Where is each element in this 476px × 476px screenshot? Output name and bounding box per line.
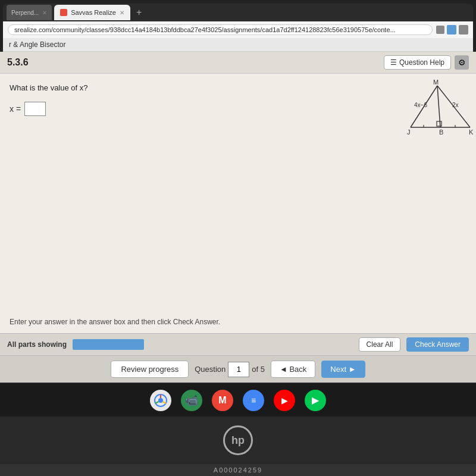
- address-bar-icons: [436, 25, 468, 35]
- question-text: What is the value of x?: [10, 83, 466, 92]
- of-label: of 5: [252, 365, 265, 374]
- question-nav: Question of 5: [195, 362, 265, 377]
- svg-line-10: [163, 402, 167, 403]
- vertex-K-label: K: [469, 129, 474, 136]
- meet-icon[interactable]: 📹: [181, 390, 202, 411]
- tab-bar: Perpend... ✕ Savvas Realize ✕ +: [3, 4, 473, 21]
- docs-icon[interactable]: ≡: [243, 390, 264, 411]
- question-number-input[interactable]: [228, 362, 249, 377]
- hp-area: hp: [0, 416, 476, 464]
- extension-icon[interactable]: [447, 25, 456, 35]
- svg-point-8: [158, 398, 163, 403]
- vertex-B-label: B: [439, 129, 443, 136]
- progress-bar: [73, 339, 144, 350]
- url-input[interactable]: srealize.com/community/classes/938dcc14a…: [8, 24, 433, 35]
- clear-all-button[interactable]: Clear All: [359, 337, 401, 352]
- back-button[interactable]: ◄ Back: [271, 361, 315, 378]
- question-body: What is the value of x? M: [0, 74, 476, 333]
- section-number: 5.3.6: [7, 57, 29, 68]
- vertex-M-label: M: [433, 80, 439, 86]
- menu-icon[interactable]: [459, 25, 468, 35]
- bookmark-icon[interactable]: [436, 26, 444, 34]
- review-progress-button[interactable]: Review progress: [111, 361, 189, 378]
- bottom-label: A000024259: [0, 464, 476, 476]
- x-equals-label: x =: [10, 104, 21, 114]
- question-nav-label: Question: [195, 365, 226, 374]
- svg-rect-4: [437, 121, 441, 126]
- tab-perpend[interactable]: Perpend... ✕: [7, 5, 52, 20]
- triangle-diagram: M J B K 4x−6 2x: [399, 80, 476, 139]
- next-button[interactable]: Next ►: [321, 361, 365, 378]
- right-side-label: 2x: [452, 102, 459, 108]
- youtube-icon[interactable]: ▶: [274, 390, 295, 411]
- tab-favicon-icon: [60, 9, 67, 16]
- tab-close-icon[interactable]: ✕: [42, 10, 47, 16]
- tab-savvas[interactable]: Savvas Realize ✕: [54, 5, 130, 20]
- page-header: r & Angle Bisector: [3, 38, 473, 52]
- play-icon[interactable]: ▶: [305, 390, 326, 411]
- new-tab-button[interactable]: +: [133, 7, 145, 18]
- browser-window: Perpend... ✕ Savvas Realize ✕ + srealize…: [3, 4, 473, 52]
- footer-bar: All parts showing Clear All Check Answer: [0, 333, 476, 355]
- check-answer-button[interactable]: Check Answer: [406, 337, 469, 352]
- taskbar: 📹 M ≡ ▶ ▶: [0, 384, 476, 416]
- chrome-icon[interactable]: [150, 390, 171, 411]
- question-header: 5.3.6 ☰ Question Help ⚙: [0, 52, 476, 74]
- triangle-svg: M J B K 4x−6 2x: [399, 80, 476, 139]
- question-help-button[interactable]: ☰ Question Help: [384, 55, 451, 70]
- vertex-J-label: J: [407, 129, 411, 136]
- tab-close-active-icon[interactable]: ✕: [120, 10, 124, 16]
- instructions-text: Enter your answer in the answer box and …: [10, 318, 220, 326]
- all-parts-label: All parts showing: [7, 340, 67, 349]
- tab-label: Perpend...: [11, 10, 39, 16]
- content-area: 5.3.6 ☰ Question Help ⚙ What is the valu…: [0, 52, 476, 383]
- svg-line-11: [155, 402, 159, 403]
- settings-icon[interactable]: ⚙: [455, 55, 469, 70]
- hp-logo: hp: [223, 425, 253, 455]
- gmail-icon[interactable]: M: [212, 390, 233, 411]
- answer-input[interactable]: [24, 102, 46, 116]
- left-side-label: 4x−6: [414, 102, 427, 108]
- nav-bar: Review progress Question of 5 ◄ Back Nex…: [0, 355, 476, 383]
- address-bar: srealize.com/community/classes/938dcc14a…: [3, 21, 473, 38]
- question-help-label: Question Help: [399, 58, 444, 67]
- answer-row: x =: [10, 102, 466, 116]
- tab-active-label: Savvas Realize: [71, 9, 116, 16]
- list-icon: ☰: [390, 58, 397, 67]
- page-header-label: r & Angle Bisector: [9, 40, 65, 49]
